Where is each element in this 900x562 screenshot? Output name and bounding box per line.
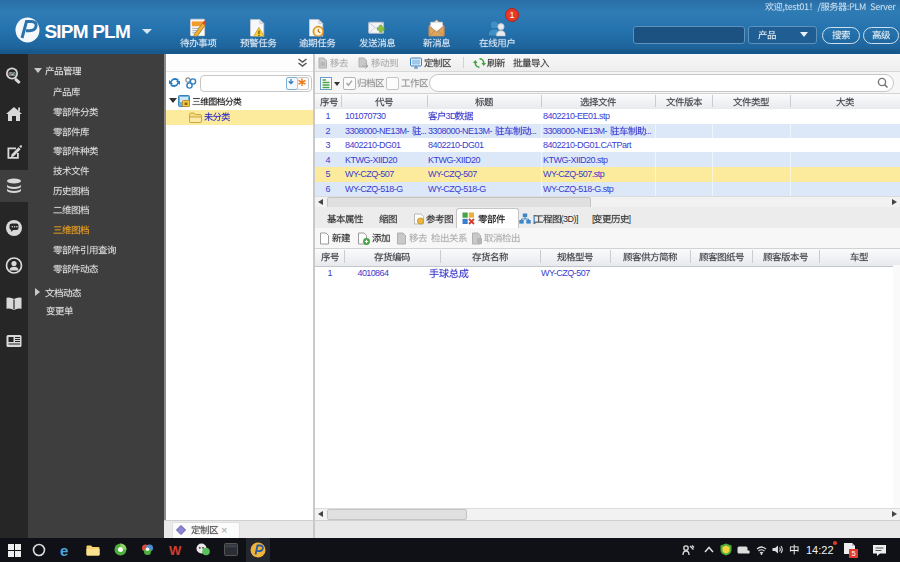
svg-text:5: 5 bbox=[851, 549, 855, 558]
svg-text:SIPM: SIPM bbox=[8, 72, 16, 76]
svg-text:1: 1 bbox=[509, 10, 514, 20]
